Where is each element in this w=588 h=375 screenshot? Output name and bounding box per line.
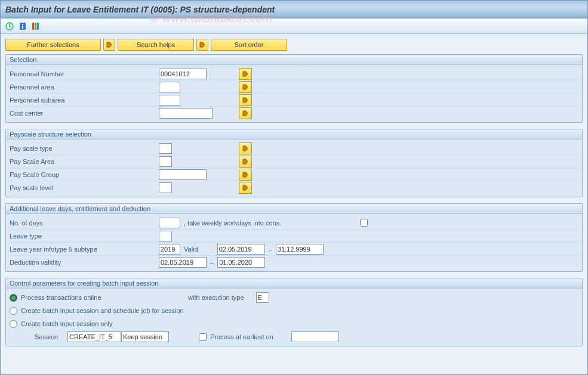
svg-rect-6 — [37, 23, 39, 30]
valid-text: Valid — [184, 246, 198, 253]
sort-order-arrow[interactable] — [196, 39, 208, 51]
personnel-number-input[interactable] — [159, 69, 207, 79]
payscale-type-label: Pay scale type — [10, 145, 159, 152]
payscale-type-input[interactable] — [159, 143, 172, 154]
deduction-validity-label: Deduction validity — [10, 259, 159, 266]
svg-rect-5 — [35, 23, 36, 30]
cost-center-label: Cost center — [10, 110, 159, 117]
leave-type-label: Leave type — [10, 233, 159, 240]
exec-type-label: with execution type — [188, 294, 244, 301]
selection-buttons: Further selections Search helps Sort ord… — [5, 39, 583, 51]
content-area: Further selections Search helps Sort ord… — [1, 34, 587, 374]
personnel-area-label: Personnel area — [10, 83, 159, 91]
process-earliest-checkbox[interactable] — [199, 333, 207, 341]
further-selections-button[interactable]: Further selections — [5, 39, 101, 51]
search-helps-label: Search helps — [137, 41, 175, 48]
info-icon[interactable] — [17, 21, 28, 32]
exec-type-input[interactable] — [256, 292, 269, 303]
page-title: Batch Input for Leave Entitlement IT (00… — [5, 5, 275, 14]
search-helps-arrow[interactable] — [103, 39, 115, 51]
payscale-group-label: Pay Scale Group — [10, 171, 159, 178]
personnel-subarea-multi[interactable] — [239, 94, 252, 106]
payscale-group: Payscale structure selection Pay scale t… — [5, 129, 583, 197]
payscale-level-label: Pay scale level — [10, 184, 159, 191]
valid-from-input[interactable] — [217, 244, 265, 255]
svg-rect-4 — [32, 23, 34, 30]
deduction-to-input[interactable] — [217, 257, 265, 268]
create-only-radio[interactable] — [10, 320, 17, 328]
personnel-number-label: Personnel Number — [10, 70, 159, 78]
workdays-checkbox[interactable] — [360, 219, 368, 227]
deduction-from-input[interactable] — [159, 257, 207, 268]
additional-leave-title: Additional leave days, entitlement and d… — [6, 204, 582, 214]
payscale-type-multi[interactable] — [239, 142, 252, 154]
leave-type-input[interactable] — [159, 231, 172, 241]
create-schedule-label: Create batch input session and schedule … — [21, 307, 184, 314]
payscale-area-label: Pay Scale Area — [10, 158, 159, 165]
selection-group: Selection Personnel Number Personnel are… — [5, 54, 583, 123]
leave-year-input[interactable] — [159, 244, 180, 255]
dash1: – — [269, 246, 272, 253]
no-of-days-input[interactable] — [159, 218, 180, 228]
system-toolbar — [1, 18, 587, 34]
further-selections-label: Further selections — [27, 41, 79, 48]
payscale-group-input[interactable] — [159, 169, 207, 180]
cost-center-input[interactable] — [159, 108, 213, 119]
create-only-label: Create batch input session only — [21, 320, 112, 327]
titlebar: Batch Input for Leave Entitlement IT (00… — [1, 1, 587, 18]
valid-to-input[interactable] — [276, 244, 324, 255]
payscale-area-input[interactable] — [159, 156, 172, 167]
execute-icon[interactable] — [4, 21, 15, 32]
control-params-group: Control parameters for creating batch in… — [5, 278, 583, 346]
sort-order-label: Sort order — [235, 41, 264, 48]
dash2: – — [210, 259, 214, 266]
sort-order-button[interactable]: Sort order — [211, 39, 287, 51]
search-helps-button[interactable]: Search helps — [118, 39, 194, 51]
svg-rect-3 — [22, 26, 23, 29]
process-earliest-input — [291, 331, 339, 342]
cost-center-multi[interactable] — [239, 107, 252, 119]
no-of-days-label: No. of days — [10, 219, 159, 227]
process-online-label: Process transactions online — [21, 294, 188, 301]
selection-group-title: Selection — [6, 55, 582, 65]
session-input[interactable] — [67, 331, 121, 342]
process-earliest-label: Process at earliest on — [210, 333, 273, 340]
keep-session-input — [121, 331, 169, 342]
create-schedule-radio[interactable] — [10, 307, 17, 315]
svg-rect-2 — [22, 24, 23, 25]
payscale-area-multi[interactable] — [239, 156, 252, 168]
additional-leave-group: Additional leave days, entitlement and d… — [5, 203, 583, 272]
personnel-subarea-input[interactable] — [159, 95, 180, 106]
personnel-area-input[interactable] — [159, 82, 180, 92]
control-params-title: Control parameters for creating batch in… — [6, 278, 582, 289]
session-label: Session — [35, 333, 67, 340]
personnel-area-multi[interactable] — [239, 81, 252, 93]
personnel-subarea-label: Personnel subarea — [10, 97, 159, 104]
payscale-level-input[interactable] — [159, 182, 172, 193]
workdays-text: , take weekly workdays into cons. — [184, 219, 281, 227]
personnel-number-multi[interactable] — [239, 68, 252, 80]
process-online-radio[interactable] — [10, 294, 17, 302]
payscale-group-multi[interactable] — [239, 169, 252, 181]
variant-icon[interactable] — [30, 21, 41, 32]
payscale-group-title: Payscale structure selection — [6, 129, 582, 140]
leave-year-label: Leave year infotype 5 subtype — [10, 246, 159, 253]
payscale-level-multi[interactable] — [239, 182, 252, 194]
